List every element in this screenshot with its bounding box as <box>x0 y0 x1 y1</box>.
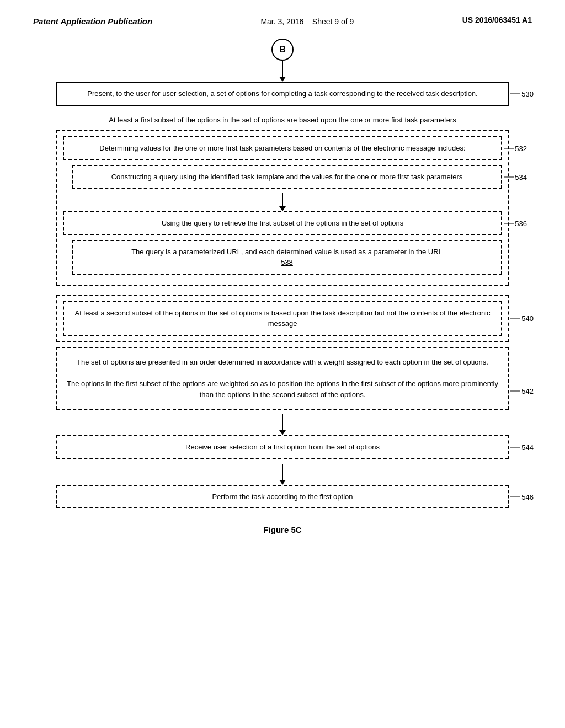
box-542-a: The set of options are presented in an o… <box>63 354 502 371</box>
arrow-534-to-536 <box>282 193 283 207</box>
box-546-wrapper: Perform the task according to the first … <box>56 485 509 509</box>
ref-542: 542 <box>510 387 534 395</box>
ref-536: 536 <box>504 220 527 228</box>
box-546: Perform the task according to the first … <box>56 485 509 509</box>
ref-544: 544 <box>510 443 534 452</box>
main-flow: B Present, to the user for user selectio… <box>56 39 509 534</box>
ref-540: 540 <box>510 314 534 323</box>
box-540: At least a second subset of the options … <box>63 301 502 336</box>
box-532-wrapper: Determining values for the one or more f… <box>63 136 502 160</box>
box-534: Constructing a query using the identifie… <box>72 165 502 189</box>
ref-530: 530 <box>510 90 534 98</box>
header-date-sheet: Mar. 3, 2016 Sheet 9 of 9 <box>260 15 354 28</box>
outer-542-group: The set of options are presented in an o… <box>56 347 509 410</box>
header-patent-number: US 2016/063451 A1 <box>462 15 532 24</box>
ref-538-underline: 538 <box>281 258 293 266</box>
outer-540-group: At least a second subset of the options … <box>56 295 509 342</box>
arrow-b-to-530 <box>282 61 283 77</box>
arrow-to-546 <box>282 464 283 480</box>
box-532: Determining values for the one or more f… <box>63 136 502 160</box>
ref-534: 534 <box>504 173 527 181</box>
box-538: The query is a parameterized URL, and ea… <box>72 240 502 275</box>
connector-b: B <box>271 39 294 61</box>
figure-caption: Figure 5C <box>263 525 301 534</box>
box-538-wrapper: The query is a parameterized URL, and ea… <box>63 240 502 275</box>
box-544-wrapper: Receive user selection of a first option… <box>56 435 509 459</box>
box-542-b: The options in the first subset of the o… <box>63 375 502 403</box>
header-publication: Patent Application Publication <box>33 15 152 27</box>
box-530: Present, to the user for user selection,… <box>56 82 509 106</box>
outer-532-group: Determining values for the one or more f… <box>56 130 509 286</box>
page-header: Patent Application Publication Mar. 3, 2… <box>0 0 565 28</box>
ref-532: 532 <box>504 144 527 153</box>
diagram-container: B Present, to the user for user selectio… <box>0 28 565 556</box>
box-530-sub: At least a first subset of the options i… <box>56 115 509 126</box>
arrow-to-544 <box>282 414 283 431</box>
box-536: Using the query to retrieve the first su… <box>63 211 502 235</box>
box-534-wrapper: Constructing a query using the identifie… <box>63 165 502 189</box>
box-536-wrapper: Using the query to retrieve the first su… <box>63 211 502 235</box>
ref-546: 546 <box>510 493 534 501</box>
box-544: Receive user selection of a first option… <box>56 435 509 459</box>
box-530-wrapper: Present, to the user for user selection,… <box>56 82 509 106</box>
